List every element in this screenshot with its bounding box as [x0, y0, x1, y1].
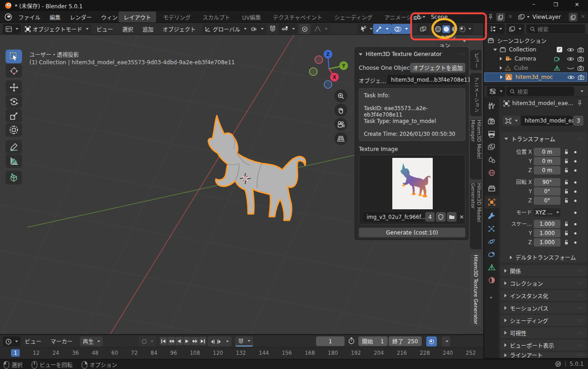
- animate-dot[interactable]: [574, 223, 577, 225]
- pivot-point-selector[interactable]: [248, 24, 266, 34]
- frame-end-field[interactable]: 終了250: [389, 336, 422, 346]
- timeline-menu-playback[interactable]: 再生: [80, 336, 103, 347]
- snap-settings-button[interactable]: [278, 24, 298, 34]
- lock-icon[interactable]: [564, 168, 569, 173]
- texture-image-preview[interactable]: [392, 158, 433, 209]
- open-image-folder-button[interactable]: [447, 212, 457, 222]
- sidebar-tab-view[interactable]: ビュー: [469, 50, 481, 71]
- lock-icon[interactable]: [564, 158, 569, 164]
- location-z-field[interactable]: 0 m: [534, 166, 560, 174]
- scene-pin-icon[interactable]: [488, 14, 493, 20]
- panel-collections[interactable]: コレクション∷∷: [501, 278, 587, 289]
- panel-visibility[interactable]: 可視性∷∷: [501, 327, 587, 338]
- unicorn-statue-model[interactable]: [189, 114, 310, 229]
- blender-menu-icon[interactable]: [5, 13, 12, 21]
- timeline-editor-type-button[interactable]: [3, 336, 21, 347]
- lock-icon[interactable]: [564, 240, 569, 245]
- rotation-y-field[interactable]: 0°: [534, 187, 560, 196]
- transform-orientation-selector[interactable]: グローバル: [202, 24, 249, 34]
- properties-editor-type-button[interactable]: [487, 86, 505, 96]
- hidden-eye-closed-icon[interactable]: [567, 66, 574, 71]
- play-reverse-button[interactable]: [175, 337, 183, 345]
- generate-button[interactable]: Generate (cost:10): [359, 228, 465, 237]
- tool-cursor[interactable]: [6, 64, 22, 78]
- tool-annotate[interactable]: [6, 140, 22, 154]
- location-y-field[interactable]: 0 m: [534, 157, 560, 165]
- workspace-tab-layout[interactable]: レイアウト: [119, 11, 156, 22]
- viewport-menu-add[interactable]: 追加: [138, 23, 158, 35]
- viewport-menu-view[interactable]: ビュー: [92, 23, 118, 35]
- viewlayer-new-copy-button[interactable]: [569, 13, 577, 22]
- hitem3d-panel-header[interactable]: Hitem3D Texture Generator ∷∷: [359, 51, 465, 57]
- lock-icon[interactable]: [564, 179, 569, 185]
- current-frame-badge[interactable]: 1: [11, 349, 20, 357]
- fake-user-shield-button[interactable]: [436, 212, 446, 222]
- tool-rotate[interactable]: [6, 95, 22, 108]
- panel-instancing[interactable]: インスタンス化∷∷: [501, 290, 587, 301]
- timeline-menu-marker[interactable]: マーカー: [46, 335, 77, 347]
- render-camera-icon[interactable]: [577, 47, 584, 52]
- animate-dot[interactable]: [574, 160, 577, 162]
- add-object-button[interactable]: オブジェクトを追加: [410, 63, 465, 73]
- workspace-tab-modeling[interactable]: モデリング: [158, 11, 196, 22]
- shading-rendered-button[interactable]: [459, 26, 466, 33]
- outliner-filter-button[interactable]: [506, 24, 524, 34]
- prev-keyframe-button[interactable]: [168, 337, 175, 345]
- play-button[interactable]: [183, 337, 191, 345]
- keying-dropdown[interactable]: [442, 336, 450, 347]
- animate-dot[interactable]: [574, 190, 577, 193]
- hide-eye-icon[interactable]: [567, 75, 575, 80]
- timeline-snap-button[interactable]: [235, 336, 253, 347]
- proportional-falloff-button[interactable]: [311, 24, 330, 34]
- animate-dot[interactable]: [574, 212, 577, 214]
- scene-name-field[interactable]: Scene: [427, 12, 478, 22]
- panel-motion-paths[interactable]: モーションパス∷∷: [501, 302, 587, 313]
- frame-start-field[interactable]: 開始1: [358, 336, 388, 346]
- menu-render[interactable]: レンダー: [65, 11, 96, 23]
- viewlayer-selector[interactable]: ViewLayer: [518, 12, 561, 22]
- properties-search-input[interactable]: 検索: [506, 87, 574, 96]
- timeline-ruler[interactable]: 1 1224 3648 6072 8496 108120 132144 1561…: [0, 347, 483, 360]
- lock-icon[interactable]: [564, 230, 569, 236]
- image-name-field[interactable]: img_v3_02u7_fc966f...: [363, 212, 424, 222]
- tab-column-overflow-chevron[interactable]: [488, 294, 492, 300]
- outliner-search-input[interactable]: 検索: [526, 24, 585, 34]
- tool-add-cube[interactable]: [6, 171, 22, 184]
- perspective-toggle-button[interactable]: [334, 132, 347, 145]
- tool-select-box[interactable]: [6, 50, 22, 63]
- rotation-z-field[interactable]: 0°: [534, 196, 560, 205]
- shading-solid-button[interactable]: [442, 25, 450, 33]
- outliner-row-hitem3d-model[interactable]: hitem3d_moc: [484, 73, 587, 82]
- sidebar-tab-hitem3d-texture-generator[interactable]: Hitem3D Texture Generator: [469, 252, 481, 327]
- tab-constraints[interactable]: [486, 249, 497, 260]
- jump-to-end-button[interactable]: [199, 337, 206, 345]
- navigation-gizmo[interactable]: Z Y X: [309, 46, 351, 90]
- panel-shading[interactable]: シェーディング∷∷: [501, 315, 587, 326]
- breadcrumb-object-name[interactable]: hitem3d_model_eae...: [512, 100, 573, 106]
- outliner-row-collection[interactable]: Collection ✓: [484, 45, 587, 54]
- sidebar-tab-hitem3d-model-generator[interactable]: Hitem3D Model Generator: [469, 183, 481, 250]
- frame-step-buttons[interactable]: [208, 336, 232, 347]
- object-name-field[interactable]: hitem3d_model_ea...: [521, 116, 572, 126]
- delta-transform-subpanel[interactable]: デルタトランスフォーム: [510, 253, 576, 261]
- workspace-tab-texpaint[interactable]: テクスチャペイント: [268, 11, 328, 22]
- outliner-row-camera[interactable]: Camera: [484, 54, 587, 63]
- lock-icon[interactable]: [564, 189, 569, 194]
- tool-transform[interactable]: [6, 123, 22, 137]
- animate-dot[interactable]: [574, 169, 577, 172]
- close-button[interactable]: ✕: [572, 1, 582, 8]
- scene-selector[interactable]: Scene: [413, 12, 478, 22]
- animate-dot[interactable]: [574, 241, 577, 244]
- maximize-button[interactable]: ❒: [551, 2, 560, 8]
- outliner-scene-collection[interactable]: シーンコレクション: [484, 36, 587, 45]
- current-frame-field[interactable]: 1: [316, 336, 345, 346]
- lock-icon[interactable]: [564, 221, 569, 227]
- next-keyframe-button[interactable]: [191, 337, 198, 345]
- menu-edit[interactable]: 編集: [45, 11, 65, 23]
- tab-object-data[interactable]: [486, 262, 497, 273]
- rotation-mode-dropdown[interactable]: XYZ ...: [534, 208, 560, 217]
- tool-measure[interactable]: [6, 154, 22, 168]
- tool-scale[interactable]: [6, 109, 22, 123]
- tab-material[interactable]: [486, 274, 497, 285]
- mode-selector[interactable]: オブジェクトモード: [22, 24, 91, 34]
